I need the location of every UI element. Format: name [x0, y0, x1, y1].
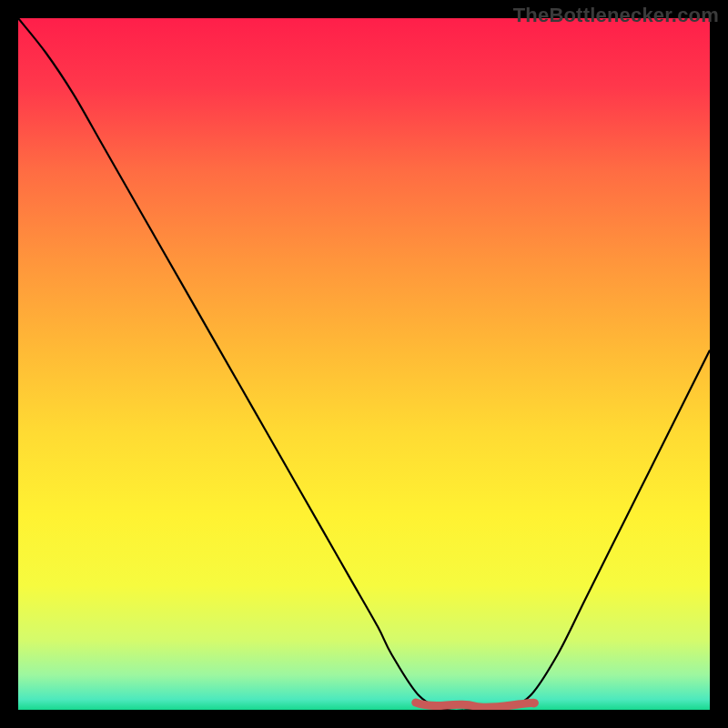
gradient-background	[18, 18, 710, 710]
optimal-region-marker	[416, 703, 535, 707]
bottleneck-curve-chart	[18, 18, 710, 710]
attribution-watermark: TheBottlenecker.com	[513, 4, 719, 27]
